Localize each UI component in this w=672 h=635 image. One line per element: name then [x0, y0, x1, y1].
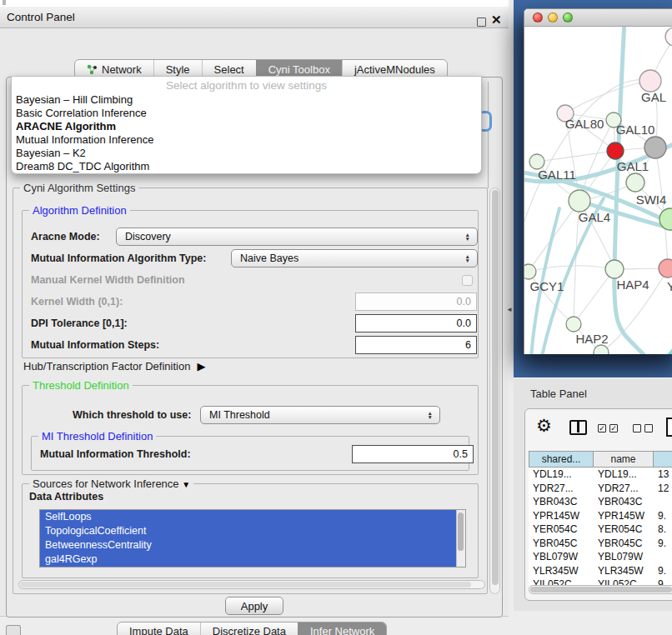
manual-kernel-checkbox[interactable] — [462, 275, 473, 286]
table-cell[interactable]: YLR345W — [594, 564, 654, 578]
table-cell[interactable]: YBR045C — [529, 537, 594, 551]
table-cell[interactable]: YIL052C — [594, 578, 654, 585]
table-cell[interactable]: YBR043C — [529, 495, 594, 509]
minimize-traffic-light-icon[interactable] — [548, 12, 558, 22]
algorithm-option[interactable]: Mutual Information Inference — [12, 133, 481, 147]
table-row[interactable]: YDL19...YDL19...13 — [529, 468, 672, 482]
algorithm-option[interactable]: Basic Correlation Inference — [12, 107, 481, 120]
table-cell[interactable]: 9 — [654, 578, 672, 585]
network-node[interactable] — [594, 345, 609, 354]
settings-horizontal-scrollbar[interactable] — [18, 580, 485, 589]
algorithm-option[interactable]: Dream8 DC_TDC Algorithm — [12, 160, 481, 173]
drag-handle-icon[interactable]: ◄ — [506, 306, 513, 313]
list-scrollbar-thumb[interactable] — [458, 512, 464, 551]
attribute-item[interactable]: gal4RGexp — [40, 552, 465, 567]
network-node[interactable] — [626, 173, 644, 192]
tab-infer-network[interactable]: Infer Network — [298, 622, 386, 635]
network-canvas[interactable]: GALGAL80GAL10GAL11GAL1SWI4GAL4GCY1HAP4YH… — [524, 27, 672, 354]
table-cell[interactable]: YBL079W — [594, 550, 654, 564]
data-attributes-list[interactable]: SelfLoopsTopologicalCoefficientBetweenne… — [39, 509, 466, 568]
float-icon[interactable] — [477, 18, 486, 27]
apply-button[interactable]: Apply — [225, 597, 283, 615]
table-row[interactable]: YBL079WYBL079W — [529, 550, 672, 564]
table-cell[interactable] — [654, 550, 672, 564]
table-cell[interactable]: YDR27... — [529, 482, 594, 496]
table-hscroll-thumb[interactable] — [530, 587, 672, 592]
table-horizontal-scrollbar[interactable] — [529, 585, 672, 594]
network-node[interactable] — [607, 142, 624, 159]
tab-impute-data[interactable]: Impute Data — [118, 622, 200, 635]
table-cell[interactable]: YDR27... — [594, 482, 654, 496]
mi-steps-field[interactable]: 6 — [355, 336, 477, 354]
attribute-item[interactable]: BetweennessCentrality — [40, 538, 465, 552]
deselect-all-checks-icon[interactable] — [633, 424, 653, 432]
table-cell[interactable]: 12 — [654, 482, 672, 496]
mi-threshold-field[interactable]: 0.5 — [352, 445, 474, 463]
column-header-name[interactable]: name — [594, 451, 654, 468]
column-header-shared[interactable]: shared... — [529, 451, 594, 468]
attribute-item[interactable]: TopologicalCoefficient — [40, 524, 465, 538]
table-cell[interactable]: YDL19... — [594, 468, 654, 482]
expand-arrow-icon[interactable]: ▶ — [197, 360, 205, 372]
settings-vscroll-thumb[interactable] — [492, 190, 499, 585]
table-cell[interactable]: 8. — [654, 522, 672, 537]
gear-icon[interactable]: ⚙ — [536, 416, 552, 436]
network-node[interactable] — [524, 264, 536, 279]
attribute-item[interactable]: SelfLoops — [40, 510, 465, 524]
algorithm-option[interactable]: ARACNE Algorithm — [12, 120, 481, 133]
algorithm-option[interactable]: Bayesian – Hill Climbing — [12, 93, 481, 107]
network-window-titlebar[interactable] — [524, 9, 672, 27]
network-node[interactable] — [639, 70, 661, 92]
table-cell[interactable]: 13 — [654, 468, 672, 482]
table-cell[interactable]: 9. — [654, 564, 672, 578]
table-cell[interactable]: YPR145W — [594, 509, 654, 523]
column-header-partial[interactable] — [654, 451, 672, 468]
network-node[interactable] — [659, 259, 672, 278]
table-cell[interactable]: YLR345W — [529, 564, 594, 578]
algorithm-dropdown[interactable]: Select algorithm to view settings Bayesi… — [11, 76, 482, 174]
table-row[interactable]: YPR145WYPR145W9. — [529, 509, 672, 523]
tab-discretize-data[interactable]: Discretize Data — [200, 622, 298, 635]
mi-type-select[interactable]: Naive Bayes ▲▼ — [231, 249, 478, 268]
network-node[interactable] — [644, 137, 666, 158]
network-node[interactable] — [569, 190, 590, 212]
settings-hscroll-thumb[interactable] — [20, 582, 471, 588]
table-row[interactable]: YDR27...YDR27...12 — [529, 482, 672, 496]
aracne-mode-select[interactable]: Discovery ▲▼ — [116, 228, 478, 246]
settings-vertical-scrollbar[interactable] — [489, 188, 500, 594]
table-cell[interactable]: YPR145W — [529, 509, 594, 523]
close-traffic-light-icon[interactable] — [533, 12, 543, 22]
table-row[interactable]: YIL052CYIL052C9 — [529, 578, 672, 585]
sources-group-title[interactable]: Sources for Network Inference ▼ — [29, 478, 193, 490]
list-scrollbar[interactable] — [456, 510, 465, 567]
collapse-arrow-icon[interactable]: ▼ — [182, 480, 190, 489]
network-window[interactable]: GALGAL80GAL10GAL11GAL1SWI4GAL4GCY1HAP4YH… — [524, 8, 672, 354]
table-row[interactable]: YER054CYER054C8. — [529, 522, 672, 537]
file-icon[interactable] — [666, 418, 672, 437]
table-cell[interactable]: YIL052C — [529, 578, 594, 585]
zoom-traffic-light-icon[interactable] — [563, 12, 573, 22]
table-cell[interactable]: YBR043C — [594, 495, 654, 509]
close-icon[interactable]: ✕ — [491, 13, 502, 27]
table-cell[interactable]: YER054C — [529, 522, 594, 537]
table-cell[interactable]: 9. — [654, 537, 672, 551]
dpi-tolerance-field[interactable]: 0.0 — [355, 314, 477, 332]
network-node[interactable] — [566, 317, 581, 332]
hub-definition-toggle[interactable]: Hub/Transcription Factor Definition ▶ — [23, 360, 205, 372]
table-row[interactable]: YBR045CYBR045C9. — [529, 537, 672, 551]
table-cell[interactable]: YBR045C — [594, 537, 654, 551]
table-cell[interactable]: YER054C — [594, 522, 654, 537]
which-threshold-select[interactable]: MI Threshold ▲▼ — [200, 406, 440, 424]
table-cell[interactable]: YDL19... — [529, 468, 594, 482]
table-cell[interactable] — [654, 495, 672, 509]
table-row[interactable]: YLR345WYLR345W9. — [529, 564, 672, 578]
kernel-width-field[interactable]: 0.0 — [355, 292, 477, 311]
split-columns-icon[interactable] — [569, 420, 587, 435]
algorithm-option[interactable]: Bayesian – K2 — [12, 147, 481, 160]
table-row[interactable]: YBR043CYBR043C — [529, 495, 672, 509]
table-cell[interactable]: 9. — [654, 509, 672, 523]
select-all-checks-icon[interactable]: ✓✓ — [598, 424, 618, 432]
network-node[interactable] — [605, 260, 624, 278]
table-cell[interactable]: YBL079W — [529, 550, 594, 564]
network-node[interactable] — [665, 28, 672, 46]
